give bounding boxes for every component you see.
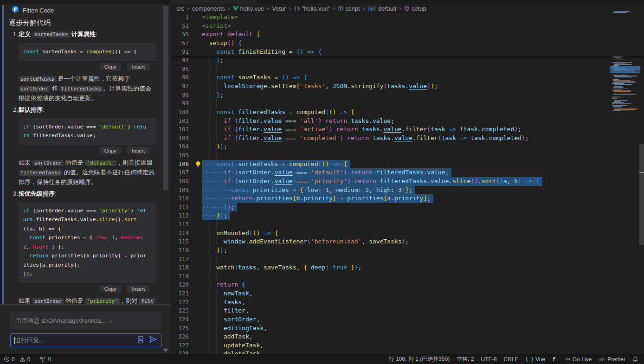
indent-guide (216, 99, 217, 108)
code-line[interactable]: 114 onMounted(() => { (171, 229, 644, 238)
editor-area[interactable]: src›components›hello.vue›Vetur›{}"hello.… (171, 0, 644, 354)
breadcrumb-item[interactable]: hello.vue (233, 5, 264, 12)
indent-guide (216, 255, 217, 264)
code-line[interactable]: 120 return { (171, 281, 644, 289)
tab-remnant (171, 0, 255, 4)
code-line[interactable]: 103 if (filter.value === 'completed') re… (171, 134, 644, 143)
code-line[interactable]: 95 (171, 65, 644, 74)
code-line[interactable]: 99 (171, 99, 644, 108)
line-number: 111 (171, 203, 189, 212)
eol[interactable]: CRLF (504, 356, 518, 363)
code-line[interactable]: 117 (171, 255, 644, 264)
chat-input-placeholder: 进行回复... (15, 336, 137, 345)
breadcrumb-item[interactable]: {}"hello.vue" (294, 5, 330, 12)
extension-icon[interactable] (552, 357, 558, 362)
code-line[interactable]: 110········return·priorities[b.priority]… (171, 194, 644, 203)
encoding[interactable]: UTF-8 (481, 356, 497, 363)
cursor-position[interactable]: 行 106, 列 1 (已选择350) (389, 355, 450, 363)
line-number: 51 (171, 22, 189, 31)
code-line[interactable]: 119 (171, 272, 644, 281)
line-number: 127 (171, 341, 189, 350)
prettier[interactable]: ✓✓Prettier (599, 356, 625, 363)
code-line[interactable]: 122 tasks, (171, 298, 644, 307)
chat-code-block: const sortedTasks = computed(() => { (19, 43, 156, 61)
code-line[interactable]: 112····}); (171, 211, 644, 220)
code-line[interactable]: 91 const finishEditing = () => { (171, 48, 644, 57)
code-line[interactable]: 118 watch(tasks, saveTasks, { deep: true… (171, 263, 644, 272)
code-line[interactable]: 127 updateTask, (171, 341, 644, 350)
fitten-code-panel: Fitten Code 逐步分解代码 1.定义 sortedTasks 计算属性… (0, 0, 171, 354)
line-number: 55 (171, 30, 189, 39)
code-line[interactable]: 124 sortOrder, (171, 315, 644, 324)
code-line[interactable]: 123 filter, (171, 307, 644, 315)
notifications[interactable] (632, 356, 638, 362)
code-line[interactable]: 106····const·sortedTasks·=·computed(()·=… (171, 160, 644, 169)
code-line[interactable]: 116 }); (171, 246, 644, 255)
line-number: 103 (171, 134, 189, 143)
breadcrumb-item[interactable]: setup (404, 5, 426, 12)
code-line[interactable]: 108······if·(sortOrder.value·===·'priori… (171, 177, 644, 186)
line-number: 112 (171, 211, 189, 220)
code-line[interactable]: 121 newTask, (171, 289, 644, 298)
code-line[interactable]: 96 const saveTasks = () => { (171, 73, 644, 82)
code-line[interactable]: 57 setup() { (171, 39, 644, 48)
insert-button[interactable]: Insert (127, 285, 149, 293)
copy-button[interactable]: Copy (100, 147, 121, 154)
chat-paragraph: 如果 sortOrder 的值是 'priority'，则对 filt (19, 296, 157, 305)
code-line[interactable]: 51<script> (171, 22, 644, 31)
code-line[interactable]: 113 (171, 220, 644, 229)
list-number: 1. (13, 31, 18, 38)
reference-info[interactable]: 引用信息 d:\OAmanage\front\oa... › (10, 312, 161, 330)
copy-button[interactable]: Copy (100, 63, 121, 70)
insert-button[interactable]: Insert (127, 147, 149, 154)
copy-button[interactable]: Copy (100, 285, 121, 293)
editor-scrollbar[interactable] (639, 144, 644, 245)
chat-paragraph: sortedTasks 是一个计算属性，它依赖于 sortOrder 和 fil… (19, 74, 157, 103)
code-line[interactable]: 94 }; (171, 56, 644, 65)
code-line[interactable]: 100 const filteredTasks = computed(() =>… (171, 108, 644, 117)
code-line[interactable]: 104 }); (171, 142, 644, 151)
status-error[interactable]: 0 (4, 356, 15, 363)
code-line[interactable]: 102 if (filter.value === 'active') retur… (171, 125, 644, 134)
go-live[interactable]: Go Live (565, 356, 592, 363)
code-line[interactable]: 98 }; (171, 91, 644, 100)
line-number: 97 (171, 82, 189, 91)
broadcast-icon (565, 356, 571, 362)
breadcrumb-item[interactable]: script (338, 5, 360, 12)
code-line[interactable]: 125 editingTask, (171, 324, 644, 333)
lightbulb-icon[interactable] (195, 161, 201, 167)
breadcrumb-item[interactable]: src (176, 5, 184, 12)
sticky-scroll: 1<template>51<script>55export default {5… (171, 13, 644, 56)
insert-button[interactable]: Insert (127, 63, 149, 70)
code-line[interactable]: 1<template> (171, 13, 644, 22)
panel-scroll-down-icon[interactable] (163, 349, 168, 352)
indent-guide (209, 255, 210, 264)
code-line[interactable]: 126 addTask, (171, 332, 644, 341)
attach-image-icon[interactable] (137, 336, 145, 345)
indentation[interactable]: 空格: 2 (457, 355, 474, 363)
code-line[interactable]: 128 deleteTask, (171, 350, 644, 354)
code-line[interactable]: 109········const·priorities·=·{·low:·1,·… (171, 186, 644, 195)
breadcrumb-item[interactable]: components (192, 5, 225, 12)
code-line[interactable]: 107······if·(sortOrder.value·===·'defaul… (171, 168, 644, 177)
status-warn[interactable]: 0 (19, 356, 31, 363)
language-mode[interactable]: { }Vue (525, 356, 545, 363)
status-bar: 000 行 106, 列 1 (已选择350)空格: 2UTF-8CRLF{ }… (0, 354, 644, 364)
vscode-window: Fitten Code 逐步分解代码 1.定义 sortedTasks 计算属性… (0, 0, 644, 364)
code-line[interactable]: 55export default { (171, 30, 644, 39)
code-line[interactable]: 111······}); (171, 203, 644, 212)
send-icon[interactable] (149, 335, 157, 345)
chat-input[interactable]: 进行回复... (10, 333, 161, 347)
code-line[interactable]: 97 localStorage.setItem('tasks', JSON.st… (171, 82, 644, 91)
code-line[interactable]: 105 (171, 151, 644, 160)
breadcrumb-item[interactable]: [@]default (367, 5, 396, 12)
code-line[interactable]: 115 window.addEventListener('beforeunloa… (171, 237, 644, 246)
panel-scrollbar[interactable] (163, 6, 168, 190)
indent-guide (209, 99, 210, 108)
status-tower[interactable]: 0 (39, 356, 51, 363)
code-line[interactable]: 101 if (filter.value === 'all') return t… (171, 117, 644, 126)
section-heading: 定义 sortedTasks 计算属性: (19, 30, 163, 38)
indent-guide (209, 272, 210, 281)
indent-guide (216, 272, 217, 281)
breadcrumb-item[interactable]: Vetur (272, 5, 286, 12)
